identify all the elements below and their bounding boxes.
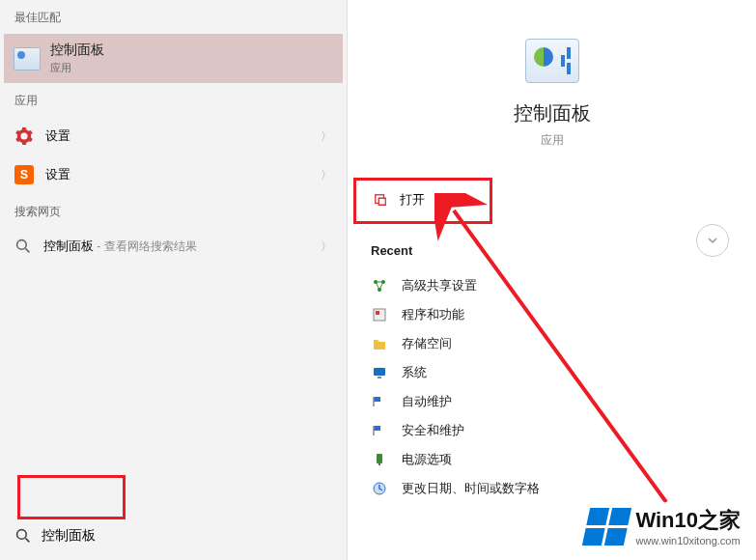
recent-item[interactable]: 安全和维护 <box>371 416 733 445</box>
chevron-right-icon: 〉 <box>321 167 332 183</box>
svg-rect-9 <box>376 311 379 315</box>
recent-header: Recent <box>371 243 733 258</box>
search-icon <box>14 527 32 545</box>
recent-item[interactable]: 电源选项 <box>371 445 733 474</box>
svg-point-2 <box>17 530 27 540</box>
preview-panel: 控制面板 应用 打开 Recent 高级共享设置程序和功能存储空间系统自动维护安… <box>348 0 756 560</box>
recent-item-label: 系统 <box>402 364 427 381</box>
web-label: 控制面板 <box>43 238 94 253</box>
best-match-sub: 应用 <box>50 61 104 75</box>
chevron-right-icon: 〉 <box>321 128 332 145</box>
gear-icon <box>14 126 34 146</box>
recent-item-icon <box>371 306 388 323</box>
control-panel-icon <box>14 47 41 70</box>
app-item-settings-2[interactable]: S 设置 〉 <box>0 155 347 194</box>
recent-item-label: 高级共享设置 <box>402 277 477 294</box>
recent-item-label: 安全和维护 <box>402 422 464 439</box>
web-label-sub: - 查看网络搜索结果 <box>94 239 197 253</box>
recent-item[interactable]: 系统 <box>371 358 733 387</box>
web-header: 搜索网页 <box>0 194 347 228</box>
best-match-item[interactable]: 控制面板 应用 <box>4 34 343 83</box>
chevron-right-icon: 〉 <box>321 238 332 255</box>
recent-item[interactable]: 高级共享设置 <box>371 271 733 300</box>
search-bar[interactable] <box>0 519 347 552</box>
svg-line-1 <box>25 248 29 252</box>
svg-rect-13 <box>378 463 380 465</box>
recent-item[interactable]: 存储空间 <box>371 329 733 358</box>
apps-header: 应用 <box>0 83 347 117</box>
preview-title: 控制面板 <box>514 100 591 126</box>
annotation-box <box>17 475 126 519</box>
watermark-title: Win10之家 <box>635 506 741 535</box>
recent-item-icon <box>371 335 388 352</box>
sogou-icon: S <box>14 165 34 184</box>
control-panel-icon <box>525 39 579 83</box>
windows-logo-icon <box>582 508 631 546</box>
recent-item-icon <box>371 451 388 468</box>
recent-item-icon <box>371 422 388 439</box>
recent-item-label: 存储空间 <box>402 335 452 352</box>
best-match-header: 最佳匹配 <box>0 0 347 34</box>
recent-item[interactable]: 更改日期、时间或数字格 <box>371 474 733 503</box>
svg-line-3 <box>25 538 29 542</box>
open-label: 打开 <box>400 191 425 209</box>
web-result-item[interactable]: 控制面板 - 查看网络搜索结果 〉 <box>0 228 347 265</box>
watermark: Win10之家 www.win10xitong.com <box>580 502 746 550</box>
expand-button[interactable] <box>696 224 729 257</box>
recent-item-icon <box>371 480 388 497</box>
recent-item-icon <box>371 364 388 381</box>
recent-item-icon <box>371 277 388 294</box>
best-match-title: 控制面板 <box>50 42 104 59</box>
recent-item-label: 自动维护 <box>402 393 452 410</box>
svg-rect-12 <box>377 454 382 463</box>
recent-item-label: 电源选项 <box>402 451 452 468</box>
recent-item-label: 更改日期、时间或数字格 <box>402 480 540 497</box>
recent-item-label: 程序和功能 <box>402 306 464 323</box>
recent-item[interactable]: 程序和功能 <box>371 300 733 329</box>
watermark-url: www.win10xitong.com <box>635 535 741 546</box>
app-label: 设置 <box>45 127 70 145</box>
recent-item-icon <box>371 393 388 410</box>
preview-sub: 应用 <box>541 132 564 149</box>
svg-point-0 <box>17 240 27 250</box>
open-action[interactable]: 打开 <box>367 183 737 216</box>
app-item-settings-1[interactable]: 设置 〉 <box>0 117 347 155</box>
app-label: 设置 <box>45 166 70 183</box>
results-panel: 最佳匹配 控制面板 应用 应用 设置 〉 S 设置 〉 搜索 <box>0 0 348 560</box>
search-icon <box>14 238 32 255</box>
search-input[interactable] <box>42 528 332 544</box>
svg-rect-10 <box>374 368 385 376</box>
svg-rect-11 <box>378 377 381 378</box>
recent-item[interactable]: 自动维护 <box>371 387 733 416</box>
open-icon <box>373 192 388 208</box>
